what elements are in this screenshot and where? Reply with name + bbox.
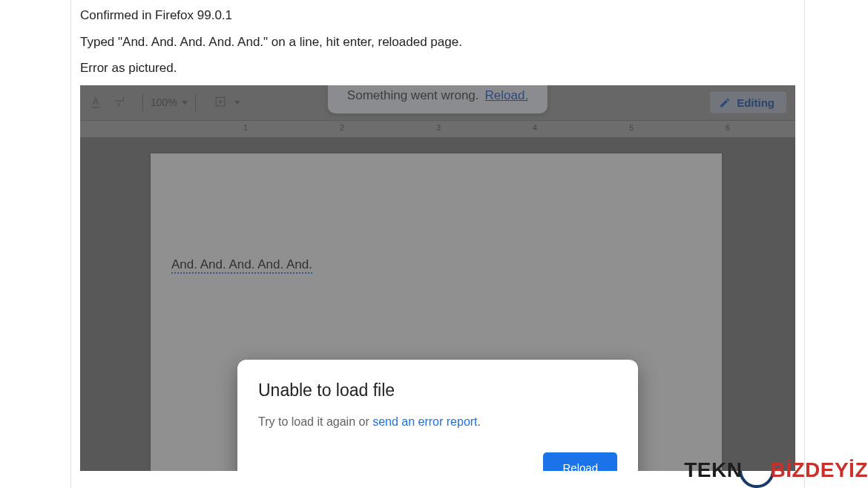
- watermark-text-1: TEKN: [684, 458, 742, 482]
- docs-screenshot: 100% Editing Something went wrong. Reloa…: [80, 85, 795, 471]
- watermark-text-2: BİZDEYİZ: [770, 458, 868, 482]
- modal-title: Unable to load file: [258, 380, 617, 400]
- modal-body: Try to load it again or send an error re…: [258, 415, 617, 429]
- comment-line-1: Confirmed in Firefox 99.0.1: [80, 6, 795, 25]
- error-modal: Unable to load file Try to load it again…: [237, 360, 638, 471]
- reload-button[interactable]: Reload: [543, 452, 617, 471]
- comment-line-3: Error as pictured.: [80, 59, 795, 78]
- watermark-logo: TEKN BİZDEYİZ: [684, 452, 868, 488]
- watermark-circle-icon: [739, 452, 775, 488]
- comment-line-2: Typed "And. And. And. And. And." on a li…: [80, 33, 795, 52]
- send-error-report-link[interactable]: send an error report: [372, 415, 477, 428]
